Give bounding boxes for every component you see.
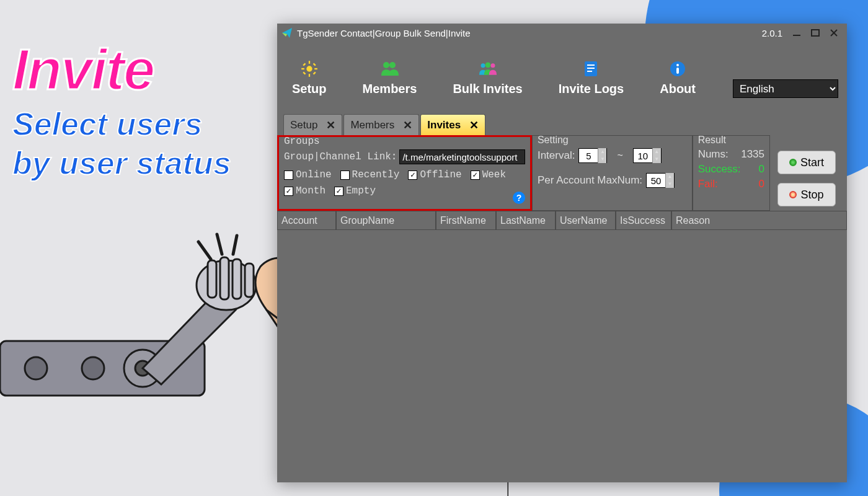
- help-icon[interactable]: ?: [513, 192, 525, 204]
- doc-tab-setup[interactable]: Setup ✕: [283, 114, 342, 135]
- nav-setup-label: Setup: [292, 82, 327, 96]
- hero: Invite Select users by user status: [12, 37, 231, 180]
- close-icon[interactable]: ✕: [469, 118, 479, 132]
- interval-max-spinner[interactable]: 10▲▼: [633, 148, 662, 163]
- nav-invite-logs-label: Invite Logs: [559, 82, 624, 96]
- result-panel: Result Nums:1335 Success:0 Fail:0: [693, 135, 770, 211]
- stop-button[interactable]: Stop: [777, 183, 836, 206]
- checkbox-empty-label: Empty: [346, 185, 376, 197]
- svg-point-33: [490, 63, 495, 68]
- start-icon: [789, 159, 797, 166]
- col-issuccess[interactable]: IsSuccess: [616, 211, 671, 230]
- close-icon[interactable]: ✕: [403, 118, 412, 132]
- panels-row: Groups Group|Channel Link: Online Recent…: [277, 135, 847, 211]
- close-icon[interactable]: ✕: [326, 118, 335, 132]
- version-label: 2.0.1: [762, 28, 782, 38]
- close-button[interactable]: [825, 26, 843, 40]
- svg-line-12: [233, 236, 237, 254]
- nav-bulk-invites[interactable]: Bulk Invites: [449, 57, 526, 99]
- logs-icon: [582, 60, 600, 78]
- svg-line-11: [217, 234, 222, 254]
- hero-title: Invite: [12, 37, 231, 102]
- interval-max-value: 10: [634, 151, 652, 161]
- col-reason[interactable]: Reason: [671, 211, 847, 230]
- checkbox-week-label: Week: [482, 169, 506, 180]
- svg-point-31: [480, 63, 485, 68]
- stop-icon: [789, 191, 797, 198]
- svg-point-29: [383, 62, 389, 68]
- result-nums-label: Nums:: [698, 148, 728, 161]
- chevron-up-icon[interactable]: ▲: [598, 148, 606, 156]
- chevron-down-icon[interactable]: ▼: [598, 156, 606, 163]
- col-lastname[interactable]: LastName: [496, 211, 556, 230]
- group-link-input[interactable]: [399, 149, 525, 164]
- main-nav: Setup Members Bulk Invites Invite Logs A…: [277, 42, 847, 113]
- minimize-button[interactable]: [787, 26, 806, 40]
- checkbox-recently-label: Recently: [352, 169, 400, 180]
- col-firstname[interactable]: FirstName: [436, 211, 496, 230]
- info-icon: [668, 60, 687, 78]
- gear-icon: [300, 60, 319, 78]
- titlebar: TgSender Contact|Group Bulk Send|Invite …: [277, 24, 847, 42]
- interval-min-value: 5: [579, 151, 598, 161]
- bulk-invites-icon: [479, 60, 497, 78]
- checkbox-month[interactable]: ✓Month: [284, 185, 326, 197]
- chevron-up-icon[interactable]: ▲: [665, 173, 674, 180]
- nav-about[interactable]: About: [656, 57, 699, 99]
- svg-rect-35: [587, 64, 595, 66]
- stop-label: Stop: [800, 188, 823, 202]
- svg-rect-6: [208, 260, 216, 298]
- checkbox-week[interactable]: ✓Week: [471, 169, 506, 180]
- nav-members-label: Members: [363, 82, 417, 96]
- doc-tabs: Setup ✕ Members ✕ Invites ✕: [277, 113, 847, 135]
- setting-legend: Setting: [536, 135, 570, 146]
- result-fail-value: 0: [759, 178, 764, 190]
- svg-rect-36: [587, 68, 595, 69]
- interval-label: Interval:: [538, 149, 575, 162]
- table-header: AccountGroupNameFirstNameLastNameUserNam…: [277, 211, 847, 230]
- checkbox-empty[interactable]: ✓Empty: [334, 185, 376, 197]
- col-groupname[interactable]: GroupName: [336, 211, 436, 230]
- checkbox-offline[interactable]: ✓Offline: [408, 169, 461, 180]
- col-account[interactable]: Account: [277, 211, 336, 230]
- interval-min-spinner[interactable]: 5▲▼: [578, 148, 607, 163]
- svg-rect-26: [312, 63, 316, 66]
- doc-tab-members[interactable]: Members ✕: [343, 114, 419, 135]
- svg-point-1: [25, 357, 47, 379]
- content: Groups Group|Channel Link: Online Recent…: [277, 135, 847, 482]
- col-username[interactable]: UserName: [556, 211, 616, 230]
- hero-sub1: Select users: [12, 107, 231, 141]
- svg-point-30: [389, 62, 396, 68]
- chevron-down-icon[interactable]: ▼: [665, 180, 674, 188]
- checkbox-recently[interactable]: Recently: [340, 169, 400, 180]
- chevron-down-icon[interactable]: ▼: [652, 156, 661, 163]
- groups-legend: Groups: [283, 136, 321, 147]
- svg-rect-27: [303, 71, 306, 74]
- svg-rect-22: [309, 74, 310, 77]
- svg-point-20: [306, 66, 312, 71]
- checkbox-offline-label: Offline: [420, 169, 461, 180]
- nav-members[interactable]: Members: [359, 57, 421, 99]
- checkbox-online[interactable]: Online: [284, 169, 332, 180]
- svg-rect-9: [245, 264, 254, 297]
- window-title: TgSender Contact|Group Bulk Send|Invite: [297, 28, 471, 38]
- nav-setup[interactable]: Setup: [288, 57, 330, 99]
- hero-sub2: by user status: [12, 146, 231, 180]
- svg-line-10: [198, 242, 211, 259]
- language-select[interactable]: English: [733, 79, 838, 98]
- per-account-spinner[interactable]: 50▲▼: [646, 173, 675, 188]
- interval-sep: ~: [617, 150, 622, 161]
- nav-invite-logs[interactable]: Invite Logs: [555, 57, 628, 99]
- chevron-up-icon[interactable]: ▲: [652, 148, 661, 156]
- doc-tab-invites-label: Invites: [427, 119, 461, 131]
- svg-rect-8: [232, 259, 241, 299]
- maximize-button[interactable]: [806, 26, 825, 40]
- svg-rect-24: [314, 68, 317, 69]
- doc-tab-invites[interactable]: Invites ✕: [420, 114, 485, 135]
- start-button[interactable]: Start: [777, 151, 836, 174]
- svg-point-39: [676, 64, 679, 66]
- app-window: TgSender Contact|Group Bulk Send|Invite …: [277, 24, 847, 482]
- app-icon: [281, 27, 293, 39]
- svg-rect-37: [587, 71, 592, 72]
- table-body: [277, 230, 847, 482]
